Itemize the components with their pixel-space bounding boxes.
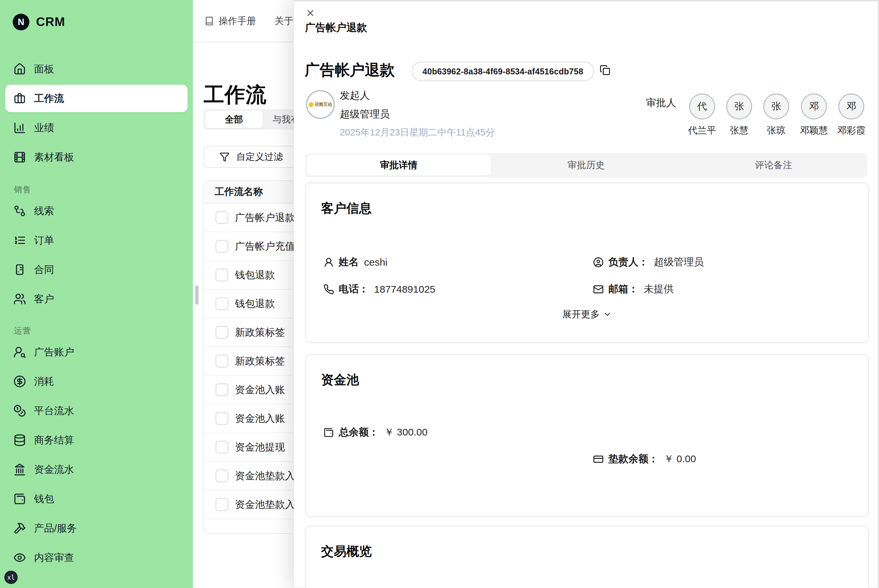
- modal-tabs: 审批详情 审批历史 评论备注: [305, 153, 867, 177]
- sidebar-item-label: 平台流水: [34, 404, 74, 418]
- about-label: 关于: [274, 15, 293, 27]
- sidebar-item-products-services[interactable]: 产品/服务: [0, 514, 193, 543]
- briefcase-icon: [14, 92, 26, 105]
- sidebar-item-orders[interactable]: 订单: [0, 226, 193, 255]
- approver-name: 邓颖慧: [796, 124, 832, 137]
- tab-comments[interactable]: 评论备注: [681, 155, 866, 176]
- copy-id-button[interactable]: [600, 64, 612, 76]
- initiator-name: 超级管理员: [340, 108, 390, 121]
- sidebar-item-customers[interactable]: 客户: [0, 284, 193, 314]
- book-icon: [205, 16, 214, 26]
- row-checkbox[interactable]: [216, 268, 228, 281]
- list-ordered-icon: [14, 234, 26, 247]
- approver: 邓 邓彩霞: [833, 93, 870, 137]
- row-checkbox[interactable]: [216, 441, 228, 453]
- workflow-name: 资金池入账: [235, 383, 285, 397]
- phone-value: 18774891025: [374, 284, 435, 295]
- chart-column-icon: [14, 122, 26, 134]
- sidebar-item-wallet[interactable]: 钱包: [0, 484, 193, 514]
- hammer-icon: [14, 522, 26, 535]
- sidebar-item-label: 面板: [34, 62, 54, 76]
- workflow-detail-modal: 广告帐户退款 广告帐户退款 40b63962-8a38-4f69-8534-af…: [294, 1, 878, 588]
- sidebar-item-platform-flow[interactable]: 平台流水: [0, 396, 193, 426]
- row-checkbox[interactable]: [216, 412, 228, 425]
- customer-card-title: 客户信息: [321, 200, 372, 217]
- user-search-icon: [14, 346, 26, 358]
- approver: 邓 邓颖慧: [796, 93, 832, 137]
- approvers-label: 审批人: [646, 96, 676, 110]
- approver: 张 张琼: [758, 93, 795, 137]
- sidebar-item-leads[interactable]: 线索: [0, 196, 193, 226]
- close-icon: [305, 8, 315, 18]
- about-link[interactable]: 关于: [274, 15, 293, 27]
- sidebar: N CRM 面板 工作流 业绩 素材看板 销售 线索: [0, 0, 193, 588]
- sidebar-item-consumption[interactable]: 消耗: [0, 367, 193, 396]
- workflow-name: 新政策标签: [235, 354, 285, 368]
- workflow-name: 新政策标签: [235, 326, 285, 339]
- field-email: 邮箱： 未提供: [593, 282, 674, 296]
- sidebar-item-fund-flow[interactable]: 资金流水: [0, 455, 193, 484]
- sidebar-item-material-board[interactable]: 素材看板: [0, 142, 193, 172]
- manual-label: 操作手册: [219, 15, 256, 27]
- sidebar-item-dashboard[interactable]: 面板: [0, 54, 193, 84]
- fund-card-title: 资金池: [321, 371, 359, 388]
- sidebar-section-sales: 销售: [0, 183, 193, 196]
- workflow-id-badge: 40b63962-8a38-4f69-8534-af4516cdb758: [412, 62, 594, 81]
- workflow-name: 钱包退款: [235, 268, 275, 282]
- sidebar-item-label: 业绩: [34, 121, 54, 135]
- xl-floating-badge[interactable]: xl: [4, 571, 18, 584]
- sidebar-item-label: 商务结算: [34, 434, 74, 447]
- customer-info-card: 客户信息 姓名 ceshi 负责人： 超级管理员 电话： 18774891025: [305, 183, 869, 343]
- sidebar-item-ad-accounts[interactable]: 广告账户: [0, 338, 193, 367]
- sidebar-item-label: 素材看板: [34, 150, 74, 164]
- tab-all[interactable]: 全部: [205, 111, 262, 128]
- copy-icon: [600, 65, 610, 75]
- initiator-avatar: 花熊互动: [306, 90, 335, 119]
- sidebar-item-contracts[interactable]: 合同: [0, 255, 193, 284]
- fund-pool-card: 资金池 总余额： ￥ 300.00 垫款余额： ￥ 0.00: [305, 354, 869, 517]
- chevron-down-icon: [603, 310, 612, 319]
- expand-more-button[interactable]: 展开更多: [306, 308, 868, 321]
- avatar: 张: [726, 93, 752, 120]
- close-button[interactable]: [305, 8, 317, 19]
- row-checkbox[interactable]: [216, 326, 228, 339]
- vertical-scrollbar-thumb[interactable]: [195, 285, 198, 304]
- approver-name: 邓彩霞: [833, 124, 870, 137]
- field-total-balance: 总余额： ￥ 300.00: [323, 426, 428, 439]
- credit-card-icon: [593, 454, 604, 465]
- sidebar-menu: 面板 工作流 业绩 素材看板 销售 线索 订单: [0, 54, 193, 572]
- modal-overlay: 广告帐户退款 广告帐户退款 40b63962-8a38-4f69-8534-af…: [294, 0, 879, 588]
- row-checkbox[interactable]: [216, 240, 228, 253]
- sidebar-item-business-settlement[interactable]: 商务结算: [0, 426, 193, 455]
- row-checkbox[interactable]: [216, 297, 228, 310]
- custom-filter-label: 自定义过滤: [236, 150, 283, 163]
- sidebar-item-label: 消耗: [34, 375, 54, 388]
- workflow-name: 钱包退款: [235, 297, 275, 310]
- logo-circle-icon: N: [13, 14, 29, 30]
- customer-name-link[interactable]: ceshi: [364, 256, 387, 268]
- film-icon: [14, 151, 26, 164]
- sidebar-item-label: 内容审查: [34, 551, 74, 565]
- row-checkbox[interactable]: [216, 383, 228, 396]
- sidebar-item-label: 订单: [34, 234, 54, 247]
- field-phone: 电话： 18774891025: [323, 282, 435, 296]
- sidebar-item-content-review[interactable]: 内容审查: [0, 543, 193, 572]
- advance-balance-value: ￥ 0.00: [664, 452, 696, 466]
- sidebar-item-performance[interactable]: 业绩: [0, 113, 193, 142]
- approver-name: 张慧: [721, 124, 758, 137]
- row-checkbox[interactable]: [216, 355, 228, 368]
- sidebar-item-workflow[interactable]: 工作流: [5, 85, 188, 112]
- row-checkbox[interactable]: [216, 470, 228, 482]
- transaction-overview-card: 交易概览: [305, 526, 869, 588]
- brand-logo: N CRM: [13, 11, 193, 33]
- row-checkbox[interactable]: [216, 498, 228, 511]
- workflow-name: 资金池入账: [235, 412, 285, 426]
- phone-icon: [323, 284, 334, 295]
- sidebar-item-label: 合同: [34, 263, 54, 277]
- sidebar-item-label: 广告账户: [34, 345, 74, 359]
- house-icon: [14, 63, 26, 75]
- row-checkbox[interactable]: [216, 211, 228, 224]
- tab-approval-detail[interactable]: 审批详情: [307, 155, 491, 176]
- manual-link[interactable]: 操作手册: [205, 15, 256, 27]
- tab-approval-history[interactable]: 审批历史: [494, 155, 678, 176]
